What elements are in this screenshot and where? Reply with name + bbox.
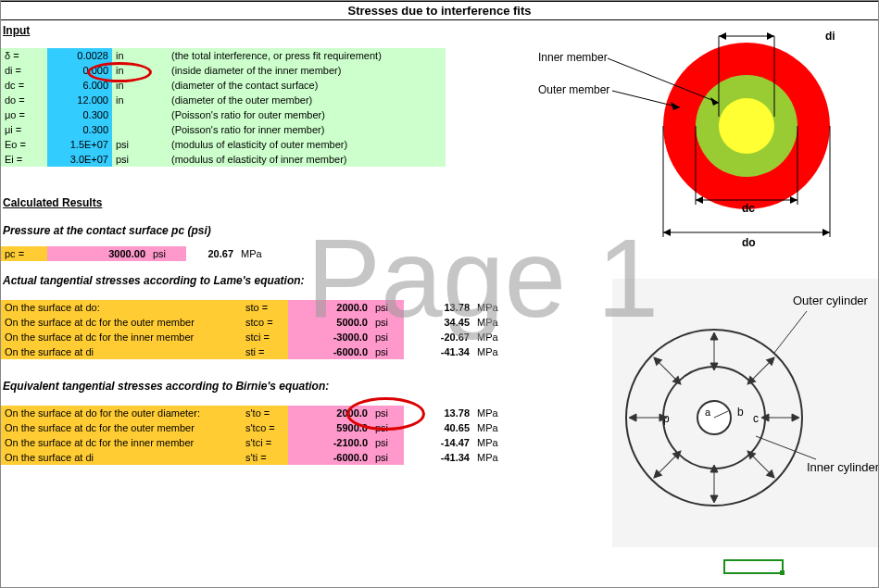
di-label: di [825, 30, 835, 43]
inner-member-label: Inner member [538, 51, 608, 64]
input-row: dc =6.000in(diameter of the contact surf… [1, 78, 446, 93]
input-unit [112, 107, 140, 122]
stress-alt: -41.34 [404, 450, 473, 465]
input-sym: δ = [1, 48, 47, 63]
input-val[interactable]: 0.300 [47, 122, 112, 137]
stress-alt: 40.65 [404, 420, 473, 435]
input-unit: in [112, 48, 140, 63]
input-unit [112, 122, 140, 137]
input-sym: Ei = [1, 152, 47, 167]
stress-alt: -14.47 [404, 435, 473, 450]
stress-unit: psi [371, 300, 404, 315]
svg-marker-19 [822, 229, 830, 236]
stress-alt-unit: MPa [473, 300, 510, 315]
stress-alt-unit: MPa [473, 406, 510, 420]
stress-val: 5000.0 [288, 315, 371, 330]
outer-cyl-label: Outer cylinder [793, 294, 869, 307]
selected-cell[interactable] [723, 559, 784, 574]
stress-unit: psi [371, 435, 404, 450]
stress-label: On the surface at dc for the inner membe… [1, 330, 242, 344]
svg-point-2 [719, 98, 774, 154]
stress-unit: psi [371, 406, 404, 420]
stress-sym: stco = [242, 315, 288, 330]
stress-alt-unit: MPa [473, 344, 510, 359]
input-desc: (modulus of elasticity of inner member) [168, 152, 446, 167]
b-label: b [737, 406, 744, 419]
stress-row: On the surface at do:sto =2000.0psi13.78… [1, 300, 510, 315]
stress-alt: -41.34 [404, 344, 473, 359]
stress-label: On the surface at dc for the outer membe… [1, 420, 242, 435]
input-val[interactable]: 6.000 [47, 78, 112, 93]
lame-table: On the surface at do:sto =2000.0psi13.78… [1, 300, 510, 359]
stress-alt: 34.45 [404, 315, 473, 330]
stress-alt-unit: MPa [473, 420, 510, 435]
stress-alt: -20.67 [404, 330, 473, 344]
input-val[interactable]: 0.000 [47, 63, 112, 78]
stress-row: On the surface at dc for the inner membe… [1, 435, 510, 450]
svg-rect-22 [612, 279, 879, 547]
input-row: μi =0.300(Poisson's ratio for inner memb… [1, 122, 446, 137]
stress-val: 2000.0 [288, 406, 371, 420]
stress-sym: s'to = [242, 406, 288, 420]
stress-alt: 13.78 [404, 300, 473, 315]
input-sym: dc = [1, 78, 47, 93]
input-desc: (inside diameter of the inner member) [168, 63, 446, 78]
input-val[interactable]: 0.300 [47, 107, 112, 122]
input-unit: in [112, 78, 140, 93]
outer-member-label: Outer member [538, 83, 609, 96]
stress-label: On the surface at di [1, 450, 242, 465]
stress-unit: psi [371, 344, 404, 359]
svg-marker-13 [696, 196, 703, 204]
a-label: a [705, 407, 711, 418]
input-sym: do = [1, 93, 47, 107]
input-row: δ =0.0028in(the total interference, or p… [1, 48, 446, 63]
pressure-alt-unit: MPa [237, 246, 274, 261]
stress-alt: 13.78 [404, 406, 473, 420]
svg-marker-14 [790, 196, 797, 204]
stress-val: 2000.0 [288, 300, 371, 315]
stress-label: On the surface at di [1, 344, 242, 359]
svg-marker-18 [663, 229, 671, 236]
input-desc: (Poisson's ratio for outer member) [168, 107, 446, 122]
input-desc: (the total interference, or press fit re… [168, 48, 446, 63]
input-row: do =12.000in(diameter of the outer membe… [1, 93, 446, 107]
input-val[interactable]: 1.5E+07 [47, 137, 112, 152]
stress-val: -3000.0 [288, 330, 371, 344]
input-val[interactable]: 0.0028 [47, 48, 112, 63]
stress-row: On the surface at do for the outer diame… [1, 406, 510, 420]
input-desc: (diameter of the outer member) [168, 93, 446, 107]
input-sym: μi = [1, 122, 47, 137]
pressure-unit: psi [149, 246, 186, 261]
stress-alt-unit: MPa [473, 435, 510, 450]
stress-alt-unit: MPa [473, 330, 510, 344]
pressure-sym: pc = [1, 246, 47, 261]
diagram-cylinders: p a b c Outer cylinder Inner [612, 279, 879, 547]
dc-label: dc [742, 202, 755, 215]
stress-sym: s'ti = [242, 450, 288, 465]
input-val[interactable]: 3.0E+07 [47, 152, 112, 167]
stress-row: On the surface at dc for the outer membe… [1, 315, 510, 330]
stress-val: -6000.0 [288, 344, 371, 359]
diagram-concentric: Inner member Outer member di dc do [538, 19, 872, 251]
stress-label: On the surface at dc for the inner membe… [1, 435, 242, 450]
input-unit: in [112, 93, 140, 107]
page-title: Stresses due to interference fits [1, 1, 878, 20]
stress-row: On the surface at dis'ti =-6000.0psi-41.… [1, 450, 510, 465]
input-sym: di = [1, 63, 47, 78]
c-label: c [753, 412, 759, 425]
input-unit: psi [112, 152, 140, 167]
pressure-alt: 20.67 [186, 246, 237, 261]
svg-marker-9 [767, 32, 774, 40]
stress-sym: s'tci = [242, 435, 288, 450]
input-unit: in [112, 63, 140, 78]
stress-alt-unit: MPa [473, 315, 510, 330]
stress-sym: stci = [242, 330, 288, 344]
stress-unit: psi [371, 315, 404, 330]
input-sym: μo = [1, 107, 47, 122]
input-row: di =0.000in(inside diameter of the inner… [1, 63, 446, 78]
do-label: do [742, 236, 756, 249]
stress-val: 5900.0 [288, 420, 371, 435]
input-unit: psi [112, 137, 140, 152]
input-row: Eo =1.5E+07psi(modulus of elasticity of … [1, 137, 446, 152]
input-val[interactable]: 12.000 [47, 93, 112, 107]
